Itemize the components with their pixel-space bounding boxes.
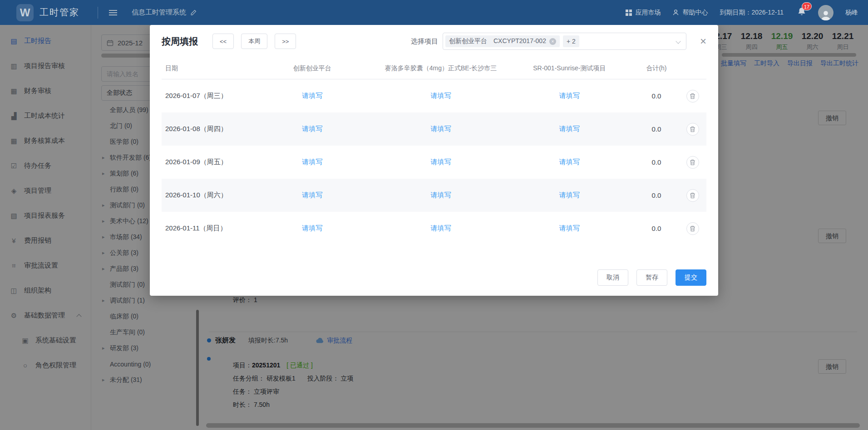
project-multiselect[interactable]: 创新创业平台 CXCYPT2017-002× + 2 [443, 33, 686, 50]
trash-icon [690, 225, 695, 232]
avatar-person-icon [820, 10, 832, 20]
selected-project-tag: 创新创业平台 CXCYPT2017-002× [445, 35, 560, 47]
fill-link[interactable]: 请填写 [376, 158, 505, 166]
table-row: 2026-01-09（周五） 请填写 请填写 请填写 0.0 [162, 146, 706, 179]
app-market-label: 应用市场 [635, 9, 661, 17]
row-date: 2026-01-07（周三） [162, 92, 248, 100]
row-date: 2026-01-09（周五） [162, 158, 248, 166]
screen: W 工时管家 信息工时管理系统 应用市场 帮助中心 到期日期：2026-12-1… [0, 0, 868, 430]
row-total: 0.0 [634, 158, 679, 166]
modal-footer: 取消 暂存 提交 [597, 269, 706, 286]
logo-letter: W [20, 6, 30, 19]
col-header-project1: 创新创业平台 [248, 64, 376, 73]
current-week-button[interactable]: 本周 [241, 34, 267, 49]
header-divider [98, 7, 98, 19]
fill-link[interactable]: 请填写 [376, 191, 505, 200]
row-date: 2026-01-11（周日） [162, 224, 248, 233]
delete-row-button[interactable] [686, 222, 699, 235]
user-name: 杨峰 [845, 9, 858, 17]
table-row: 2026-01-10（周六） 请填写 请填写 请填写 0.0 [162, 179, 706, 212]
row-date: 2026-01-10（周六） [162, 191, 248, 200]
col-header-date: 日期 [162, 64, 248, 73]
app-logo: W [16, 4, 34, 21]
prev-week-button[interactable]: << [212, 34, 234, 49]
help-center-label: 帮助中心 [682, 9, 708, 17]
expire-date-text: 到期日期：2026-12-11 [720, 9, 784, 17]
delete-row-button[interactable] [686, 90, 699, 103]
weekly-table: 日期 创新创业平台 赛洛多辛胶囊（4mg）正式BE-长沙市三 SR-001-Su… [162, 58, 706, 245]
fill-link[interactable]: 请填写 [376, 92, 505, 100]
trash-icon [690, 192, 695, 199]
edit-pencil-icon[interactable] [190, 10, 197, 16]
cancel-button[interactable]: 取消 [597, 269, 628, 286]
col-header-project2: 赛洛多辛胶囊（4mg）正式BE-长沙市三 [376, 64, 505, 73]
fill-link[interactable]: 请填写 [505, 158, 634, 166]
fill-link[interactable]: 请填写 [248, 191, 376, 200]
project-select-label: 选择项目 [411, 37, 438, 46]
delete-row-button[interactable] [686, 189, 699, 202]
system-name: 信息工时管理系统 [132, 8, 186, 17]
fill-link[interactable]: 请填写 [248, 125, 376, 133]
save-draft-button[interactable]: 暂存 [636, 269, 667, 286]
more-projects-tag: + 2 [563, 35, 579, 47]
weekly-fill-modal: 按周填报 << 本周 >> 选择项目 创新创业平台 CXCYPT2017-002… [150, 25, 718, 296]
col-header-total: 合计(h) [634, 64, 679, 73]
row-date: 2026-01-08（周四） [162, 125, 248, 133]
fill-link[interactable]: 请填写 [376, 125, 505, 133]
row-total: 0.0 [634, 191, 679, 199]
notification-bell[interactable]: 17 [797, 7, 806, 18]
row-total: 0.0 [634, 92, 679, 100]
delete-row-button[interactable] [686, 123, 699, 136]
fill-link[interactable]: 请填写 [248, 92, 376, 100]
row-total: 0.0 [634, 125, 679, 133]
user-avatar[interactable] [818, 5, 833, 20]
header-right-group: 应用市场 帮助中心 到期日期：2026-12-11 17 杨峰 [626, 5, 858, 20]
notification-badge: 17 [802, 2, 812, 10]
app-name: 工时管家 [39, 6, 79, 19]
week-nav: << 本周 >> [212, 34, 296, 49]
table-header-row: 日期 创新创业平台 赛洛多辛胶囊（4mg）正式BE-长沙市三 SR-001-Su… [162, 58, 706, 79]
next-week-button[interactable]: >> [275, 34, 296, 49]
fill-link[interactable]: 请填写 [505, 125, 634, 133]
remove-tag-icon[interactable]: × [549, 38, 556, 45]
row-total: 0.0 [634, 225, 679, 232]
trash-icon [690, 126, 695, 132]
app-market-link[interactable]: 应用市场 [626, 9, 661, 17]
submit-button[interactable]: 提交 [676, 269, 706, 286]
hamburger-menu-icon[interactable] [109, 12, 117, 13]
fill-link[interactable]: 请填写 [376, 224, 505, 233]
fill-link[interactable]: 请填写 [505, 92, 634, 100]
col-header-project3: SR-001-Sunrise-测试项目 [505, 64, 634, 73]
chevron-down-icon [676, 39, 681, 44]
modal-title: 按周填报 [162, 35, 198, 48]
fill-link[interactable]: 请填写 [248, 224, 376, 233]
help-center-link[interactable]: 帮助中心 [672, 9, 708, 17]
delete-row-button[interactable] [686, 156, 699, 169]
top-header-bar: W 工时管家 信息工时管理系统 应用市场 帮助中心 到期日期：2026-12-1… [0, 0, 868, 25]
table-row: 2026-01-07（周三） 请填写 请填写 请填写 0.0 [162, 79, 706, 112]
trash-icon [690, 93, 695, 99]
trash-icon [690, 159, 695, 166]
fill-link[interactable]: 请填写 [505, 224, 634, 233]
fill-link[interactable]: 请填写 [248, 158, 376, 166]
table-row: 2026-01-11（周日） 请填写 请填写 请填写 0.0 [162, 212, 706, 245]
grid-icon [626, 10, 632, 16]
table-body: 2026-01-07（周三） 请填写 请填写 请填写 0.0 2026-01-0… [162, 79, 706, 245]
close-icon[interactable]: × [700, 36, 706, 47]
person-icon [672, 9, 679, 16]
modal-header: 按周填报 << 本周 >> 选择项目 创新创业平台 CXCYPT2017-002… [150, 25, 718, 58]
table-row: 2026-01-08（周四） 请填写 请填写 请填写 0.0 [162, 112, 706, 146]
fill-link[interactable]: 请填写 [505, 191, 634, 200]
